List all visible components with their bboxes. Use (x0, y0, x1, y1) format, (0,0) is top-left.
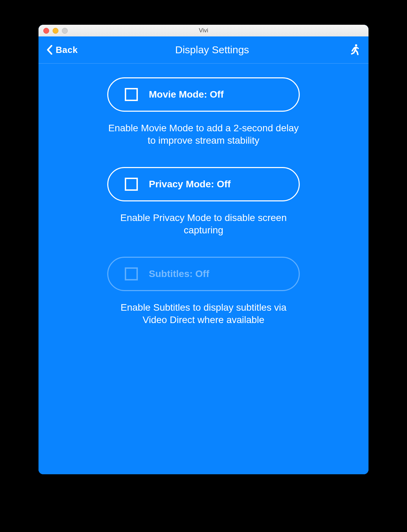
close-window-button[interactable] (43, 28, 49, 34)
subtitles-toggle: Subtitles: Off (107, 257, 300, 291)
chevron-left-icon (47, 45, 52, 55)
back-button[interactable]: Back (47, 45, 78, 55)
privacy-mode-toggle[interactable]: Privacy Mode: Off (107, 167, 300, 201)
window-title: Vivi (38, 27, 368, 34)
traffic-lights (38, 28, 68, 34)
settings-list: Movie Mode: Off Enable Movie Mode to add… (38, 64, 368, 346)
navbar: Back Display Settings (38, 36, 368, 64)
subtitles-label: Subtitles: Off (149, 268, 209, 279)
movie-mode-label: Movie Mode: Off (149, 89, 224, 100)
privacy-mode-description: Enable Privacy Mode to disable screen ca… (107, 212, 300, 237)
subtitles-checkbox (125, 267, 138, 280)
svg-point-0 (355, 44, 357, 46)
app-window: Vivi Back Display Settings (38, 25, 368, 474)
running-person-icon[interactable] (349, 44, 360, 56)
privacy-mode-label: Privacy Mode: Off (149, 179, 231, 190)
subtitles-description: Enable Subtitles to display subtitles vi… (107, 301, 300, 326)
movie-mode-toggle[interactable]: Movie Mode: Off (107, 77, 300, 112)
privacy-mode-checkbox[interactable] (125, 178, 138, 191)
minimize-window-button[interactable] (53, 28, 58, 34)
back-label: Back (56, 45, 78, 55)
page-title: Display Settings (175, 44, 249, 56)
movie-mode-description: Enable Movie Mode to add a 2-second dela… (107, 122, 300, 147)
movie-mode-checkbox[interactable] (125, 88, 138, 101)
titlebar: Vivi (38, 25, 368, 37)
content-area: Back Display Settings Movie Mode: Off En… (38, 36, 368, 474)
zoom-window-button[interactable] (62, 28, 68, 34)
